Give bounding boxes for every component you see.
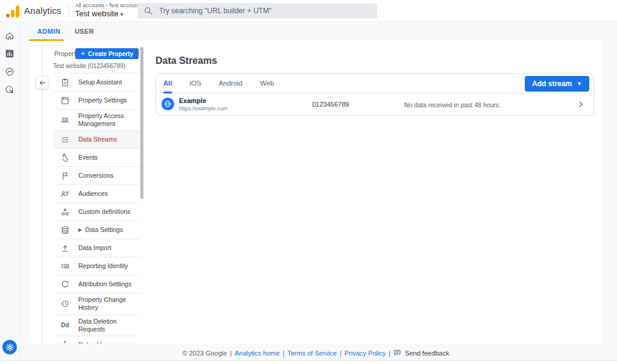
people-icon bbox=[60, 115, 70, 125]
app-name: Analytics bbox=[24, 5, 61, 16]
create-property-button[interactable]: + Create Property bbox=[75, 48, 139, 59]
stream-name: Example bbox=[179, 97, 206, 104]
footer-link-terms-of-service[interactable]: Terms of Service bbox=[287, 350, 337, 357]
chevron-down-icon: ▾ bbox=[120, 11, 123, 17]
property-menu: Setup AssistantProperty SettingsProperty… bbox=[53, 73, 140, 344]
menu-item-property-settings[interactable]: Property Settings bbox=[53, 91, 140, 109]
search-bar[interactable] bbox=[137, 3, 377, 19]
menu-item-label: Data Deletion Requests bbox=[78, 315, 137, 336]
search-icon bbox=[143, 6, 153, 16]
menu-item-reporting-identity[interactable]: Reporting Identity bbox=[53, 257, 140, 275]
menu-item-label: Audiences bbox=[78, 187, 108, 200]
dropdown-caret-icon: ▼ bbox=[577, 81, 582, 87]
bottom-edge bbox=[0, 360, 617, 364]
menu-item-label: Property Change History bbox=[78, 293, 137, 314]
menu-item-label: Attribution Settings bbox=[78, 278, 131, 290]
footer-separator: | bbox=[230, 350, 232, 357]
footer-link-privacy-policy[interactable]: Privacy Policy bbox=[345, 350, 386, 357]
footer-link-analytics-home[interactable]: Analytics home bbox=[235, 350, 280, 357]
menu-item-custom-definitions[interactable]: Custom definitions bbox=[53, 202, 140, 221]
stream-row[interactable]: Example https://example.com 0123456789 N… bbox=[156, 94, 594, 116]
attribution-icon bbox=[60, 280, 70, 289]
admin-panel: Property + Create Property Test website … bbox=[29, 41, 603, 344]
menu-item-data-settings[interactable]: ▶Data Settings bbox=[53, 221, 140, 239]
footer: © 2023 Google |Analytics home|Terms of S… bbox=[14, 349, 617, 357]
stream-id: 0123456789 bbox=[312, 101, 349, 108]
menu-item-data-deletion-requests[interactable]: DdData Deletion Requests bbox=[53, 315, 140, 336]
advertising-icon[interactable] bbox=[4, 84, 15, 95]
footer-links: |Analytics home|Terms of Service|Privacy… bbox=[230, 350, 390, 357]
debug-icon bbox=[60, 340, 70, 344]
menu-item-property-access-management[interactable]: Property Access Management bbox=[53, 109, 140, 130]
menu-item-data-import[interactable]: Data Import bbox=[53, 239, 140, 257]
collapse-column-button[interactable] bbox=[36, 76, 49, 89]
logo-bar-small bbox=[11, 10, 14, 17]
menu-item-label: Conversions bbox=[78, 169, 113, 182]
menu-item-label: DebugView bbox=[78, 339, 111, 344]
menu-item-label: Reporting Identity bbox=[78, 260, 128, 272]
shapes-icon bbox=[60, 207, 70, 217]
menu-item-audiences[interactable]: Audiences bbox=[53, 184, 140, 202]
account-property-switcher[interactable]: All accounts›Test account Test website▾ bbox=[75, 3, 139, 18]
menu-item-setup-assistant[interactable]: Setup Assistant bbox=[53, 73, 140, 91]
clipboard-check-icon bbox=[60, 78, 70, 87]
stream-status: No data received in past 48 hours. bbox=[404, 101, 501, 108]
logo-bar-tall bbox=[16, 5, 19, 17]
top-app-bar: Analytics All accounts›Test account Test… bbox=[0, 0, 617, 22]
stream-tab-android[interactable]: Android bbox=[219, 74, 243, 93]
menu-item-attribution-settings[interactable]: Attribution Settings bbox=[53, 275, 140, 293]
explore-icon[interactable] bbox=[4, 66, 15, 77]
feedback-icon bbox=[393, 349, 401, 357]
window-icon bbox=[60, 96, 70, 105]
logo-dot bbox=[6, 14, 10, 17]
menu-item-label: Data Import bbox=[78, 242, 111, 254]
history-icon bbox=[60, 299, 70, 309]
menu-item-label: Data Settings bbox=[85, 224, 123, 236]
menu-item-label: Property Settings bbox=[78, 94, 127, 107]
tab-user[interactable]: USER bbox=[75, 22, 94, 41]
menu-item-label: Data Streams bbox=[78, 133, 117, 146]
home-icon[interactable] bbox=[4, 30, 15, 41]
expand-caret-icon: ▶ bbox=[78, 227, 82, 233]
breadcrumb-separator-icon: › bbox=[105, 2, 107, 8]
stream-tab-web[interactable]: Web bbox=[260, 74, 274, 93]
chevron-right-icon[interactable] bbox=[577, 100, 585, 108]
identity-icon bbox=[60, 262, 70, 271]
menu-item-debugview[interactable]: DebugView bbox=[53, 336, 140, 344]
menu-item-label: Setup Assistant bbox=[78, 76, 122, 89]
reports-icon[interactable] bbox=[4, 48, 15, 59]
breadcrumb-account[interactable]: All accounts bbox=[75, 2, 105, 8]
feedback-label: Send feedback bbox=[405, 350, 449, 357]
footer-copyright: © 2023 Google bbox=[183, 350, 227, 357]
breadcrumb-subaccount[interactable]: Test account bbox=[108, 2, 139, 8]
menu-item-label: Property Access Management bbox=[78, 110, 137, 130]
menu-scrollbar[interactable] bbox=[140, 47, 143, 199]
analytics-logo-icon[interactable] bbox=[6, 4, 19, 17]
footer-separator: | bbox=[283, 350, 284, 357]
flag-icon bbox=[60, 171, 70, 181]
stream-url: https://example.com bbox=[179, 105, 228, 111]
data-streams-card: AlliOSAndroidWeb Add stream ▼ Example ht… bbox=[155, 73, 594, 116]
database-icon bbox=[60, 225, 70, 235]
admin-user-tabs: ADMIN USER bbox=[0, 22, 617, 41]
tab-admin[interactable]: ADMIN bbox=[37, 22, 60, 41]
dd-text-icon: Dd bbox=[60, 321, 70, 330]
menu-item-label: Events bbox=[78, 151, 98, 164]
menu-item-data-streams[interactable]: Data Streams bbox=[53, 130, 140, 148]
menu-item-events[interactable]: Events bbox=[53, 148, 140, 166]
search-input[interactable] bbox=[159, 7, 371, 15]
create-property-label: Create Property bbox=[88, 51, 133, 57]
current-property-name[interactable]: Test website bbox=[75, 9, 119, 18]
header-divider bbox=[69, 4, 69, 17]
add-stream-button[interactable]: Add stream ▼ bbox=[525, 76, 589, 92]
selected-property: Test website (0123456789) bbox=[53, 63, 125, 69]
menu-item-conversions[interactable]: Conversions bbox=[53, 166, 140, 184]
streams-icon bbox=[60, 135, 70, 145]
stream-tab-all[interactable]: All bbox=[163, 74, 172, 93]
touch-icon bbox=[60, 153, 70, 163]
send-feedback-button[interactable]: Send feedback bbox=[393, 349, 449, 357]
menu-item-property-change-history[interactable]: Property Change History bbox=[53, 293, 140, 314]
plus-icon: + bbox=[81, 49, 85, 58]
breadcrumb: All accounts›Test account bbox=[75, 3, 139, 9]
stream-tab-ios[interactable]: iOS bbox=[190, 74, 201, 93]
